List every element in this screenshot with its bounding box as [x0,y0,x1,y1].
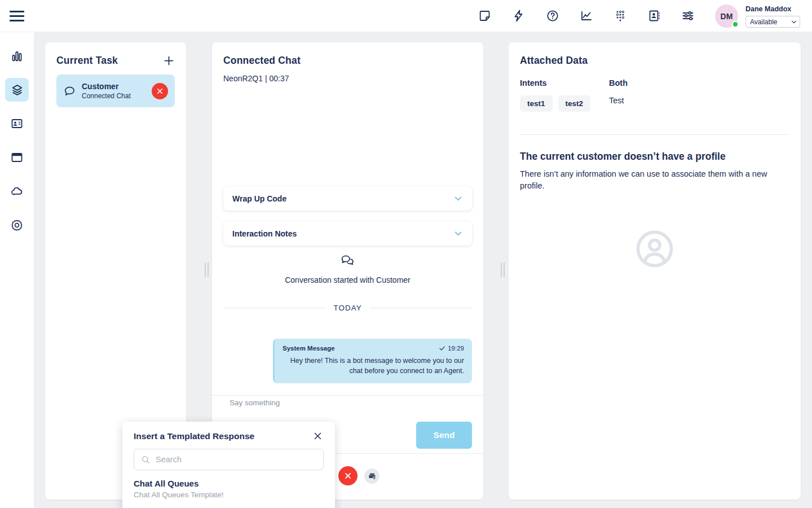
popup-title: Insert a Templated Response [134,431,254,441]
add-task-icon[interactable] [163,55,175,67]
attached-data-panel: Attached Data Intents test1 test2 Both T… [509,42,801,500]
topbar-icon-group [478,9,695,23]
template-description: Chat All Queues Template! [134,491,324,499]
avatar-initials: DM [721,12,733,21]
message-text: Hey there! This is a bot message to welc… [283,356,464,376]
rail-item-contacts[interactable] [5,112,29,135]
no-profile-title: The current customer doesn’t have a prof… [520,151,726,163]
template-name: Chat All Queues [134,479,324,488]
top-bar: DM Dane Maddox Available [0,0,812,32]
attached-data-divider [520,134,788,135]
both-value: Test [609,96,628,105]
day-divider: TODAY [223,304,472,312]
chevron-down-icon [453,194,463,203]
template-list-item[interactable]: Chat All Queues Chat All Queues Template… [122,470,335,499]
message-time: 19:29 [448,345,464,352]
attached-data-title: Attached Data [520,55,588,67]
end-interaction-button[interactable] [338,466,358,485]
template-search-input[interactable] [156,455,316,464]
search-icon [141,455,151,465]
rail-item-activity[interactable] [5,45,29,68]
popup-close-button[interactable] [312,430,324,442]
profile-placeholder-icon [632,226,678,272]
day-divider-label: TODAY [333,304,361,312]
status-select[interactable]: Available [745,16,800,28]
intents-column: Intents test1 test2 [520,78,590,112]
template-search-box [134,449,324,470]
send-button[interactable]: Send [416,422,472,449]
rail-item-cloud[interactable] [5,179,29,203]
chat-title: Connected Chat [223,55,301,67]
interaction-notes-label: Interaction Notes [232,229,297,238]
task-close-button[interactable] [152,83,168,99]
rail-item-interactions[interactable] [5,78,29,102]
message-sender: System Message [283,345,335,352]
chevron-down-icon [453,229,463,238]
help-icon[interactable] [546,9,559,23]
templated-response-popup: Insert a Templated Response Chat All Que… [122,422,335,508]
panel-resize-handle[interactable] [205,262,210,277]
directory-icon[interactable] [647,9,661,23]
both-column: Both Test [609,78,628,105]
rail-item-apps[interactable] [5,146,29,169]
interaction-notes-dropdown[interactable]: Interaction Notes [223,221,472,246]
presence-dot [732,21,739,28]
message-input[interactable] [230,398,399,407]
message-meta: 19:29 [439,345,464,352]
performance-chart-icon[interactable] [580,9,593,23]
task-type: Connected Chat [82,92,131,100]
intent-chip: test1 [520,95,553,112]
preferences-sliders-icon[interactable] [681,9,695,23]
wrapup-code-dropdown[interactable]: Wrap Up Code [223,186,472,211]
wrapup-code-label: Wrap Up Code [232,194,286,203]
both-label: Both [609,78,628,87]
intents-label: Intents [520,78,590,87]
avatar[interactable]: DM [715,5,738,28]
close-icon [344,472,352,480]
hamburger-menu-icon[interactable] [10,11,24,21]
no-profile-text: There isn’t any information we can use t… [520,168,786,192]
close-icon [313,431,323,441]
printer-icon [368,472,377,481]
chat-bubble-icon [63,85,76,98]
printer-button[interactable] [364,468,379,484]
user-name: Dane Maddox [745,5,791,13]
left-rail [0,32,34,508]
conversation-started-text: Conversation started with Customer [212,275,483,284]
composer-divider [212,395,483,396]
current-task-title: Current Task [56,55,118,67]
task-card-customer[interactable]: Customer Connected Chat [56,75,175,107]
rail-item-settings[interactable] [5,213,29,237]
conversation-bubbles-icon [212,254,483,269]
task-name: Customer [82,82,131,91]
panel-resize-handle[interactable] [501,262,506,277]
chat-session-info: NeonR2Q1 | 00:37 [223,74,289,83]
status-select-wrap: Available [745,16,800,28]
system-message-bubble: System Message 19:29 Hey there! This is … [273,339,472,383]
delivered-check-icon [439,345,445,352]
intent-chip: test2 [558,95,591,112]
lightning-icon[interactable] [512,9,526,23]
dialpad-icon[interactable] [614,9,627,23]
note-icon[interactable] [478,9,492,23]
